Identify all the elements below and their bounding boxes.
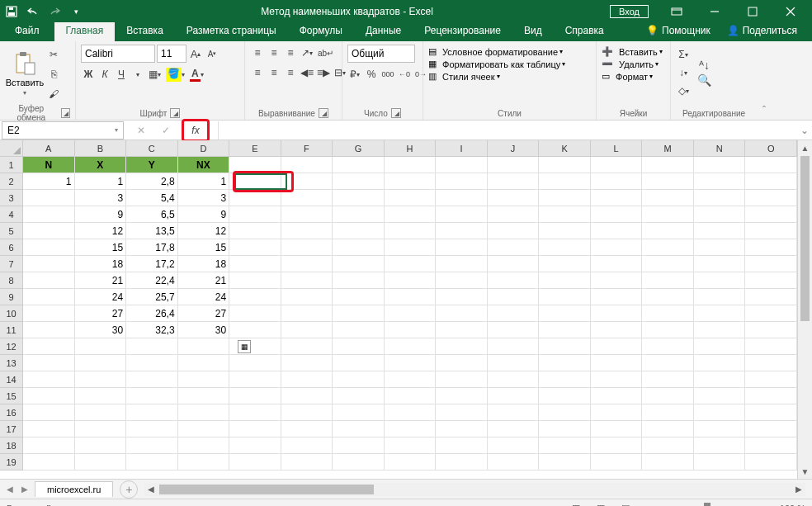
cell[interactable] bbox=[23, 305, 75, 322]
login-button[interactable]: Вход bbox=[610, 5, 649, 18]
cell[interactable]: 21 bbox=[75, 272, 127, 289]
cell[interactable] bbox=[642, 388, 694, 404]
cell[interactable] bbox=[539, 437, 591, 454]
cell[interactable] bbox=[539, 404, 591, 421]
cell[interactable] bbox=[488, 421, 540, 437]
cell[interactable]: 15 bbox=[178, 239, 230, 256]
column-header[interactable]: L bbox=[591, 140, 643, 157]
cell[interactable] bbox=[488, 173, 540, 190]
cell[interactable] bbox=[591, 305, 643, 322]
hscroll-thumb[interactable] bbox=[159, 485, 374, 494]
cell[interactable]: 13,5 bbox=[126, 223, 178, 239]
cell[interactable] bbox=[126, 388, 178, 404]
cell[interactable]: 27 bbox=[75, 305, 127, 322]
cell[interactable]: Y bbox=[126, 157, 178, 173]
cell[interactable] bbox=[75, 454, 127, 471]
cell[interactable] bbox=[436, 388, 488, 404]
font-color-icon[interactable]: A▾ bbox=[188, 66, 205, 83]
cell[interactable] bbox=[436, 437, 488, 454]
row-header[interactable]: 14 bbox=[0, 371, 23, 388]
cell[interactable]: 1 bbox=[23, 173, 75, 190]
italic-button[interactable]: К bbox=[97, 66, 112, 83]
insert-function-icon[interactable]: fx bbox=[186, 122, 205, 139]
cell[interactable] bbox=[126, 338, 178, 355]
align-middle-icon[interactable]: ≡ bbox=[267, 45, 281, 61]
save-icon[interactable] bbox=[3, 3, 20, 20]
cell[interactable]: 12 bbox=[178, 223, 230, 239]
cell[interactable] bbox=[229, 454, 281, 471]
cell[interactable] bbox=[642, 404, 694, 421]
cell[interactable] bbox=[539, 322, 591, 338]
cell[interactable] bbox=[75, 338, 127, 355]
cell[interactable]: 26,4 bbox=[126, 305, 178, 322]
cell[interactable]: 9 bbox=[178, 206, 230, 223]
cell[interactable] bbox=[694, 322, 746, 338]
collapse-ribbon-icon[interactable]: ˆ bbox=[757, 41, 772, 120]
column-header[interactable]: A bbox=[23, 140, 75, 157]
cell[interactable] bbox=[333, 239, 385, 256]
cell[interactable] bbox=[539, 256, 591, 272]
cell[interactable] bbox=[694, 371, 746, 388]
cell[interactable] bbox=[539, 289, 591, 305]
cell[interactable]: 3 bbox=[75, 190, 127, 206]
number-format-select[interactable] bbox=[347, 45, 415, 63]
row-header[interactable]: 2 bbox=[0, 173, 23, 190]
cell[interactable] bbox=[385, 371, 437, 388]
expand-formula-bar-icon[interactable]: ⌄ bbox=[797, 125, 812, 136]
cell[interactable] bbox=[178, 388, 230, 404]
cell[interactable] bbox=[488, 289, 540, 305]
cell[interactable] bbox=[642, 305, 694, 322]
cell[interactable] bbox=[539, 371, 591, 388]
cell[interactable] bbox=[178, 404, 230, 421]
tell-me-button[interactable]: 💡Помощник bbox=[638, 22, 719, 41]
cell[interactable] bbox=[281, 388, 333, 404]
cell[interactable] bbox=[436, 239, 488, 256]
cell[interactable] bbox=[281, 404, 333, 421]
cell[interactable] bbox=[229, 157, 281, 173]
cell[interactable] bbox=[539, 272, 591, 289]
row-header[interactable]: 15 bbox=[0, 388, 23, 404]
cell[interactable] bbox=[178, 371, 230, 388]
cell[interactable] bbox=[591, 289, 643, 305]
column-header[interactable]: F bbox=[281, 140, 333, 157]
cell[interactable] bbox=[385, 272, 437, 289]
cell[interactable] bbox=[229, 256, 281, 272]
cell[interactable]: 17,8 bbox=[126, 239, 178, 256]
cell[interactable] bbox=[745, 289, 797, 305]
cell[interactable] bbox=[229, 371, 281, 388]
column-header[interactable]: B bbox=[75, 140, 127, 157]
cell[interactable] bbox=[539, 338, 591, 355]
cell[interactable] bbox=[385, 289, 437, 305]
cell[interactable] bbox=[745, 322, 797, 338]
cell[interactable] bbox=[694, 157, 746, 173]
macro-record-icon[interactable]: ▯ bbox=[46, 503, 51, 506]
scroll-up-icon[interactable]: ▲ bbox=[798, 140, 812, 155]
cell[interactable] bbox=[436, 157, 488, 173]
cell[interactable] bbox=[281, 190, 333, 206]
column-header[interactable]: I bbox=[436, 140, 488, 157]
cell[interactable] bbox=[229, 388, 281, 404]
cell[interactable] bbox=[745, 437, 797, 454]
cell[interactable] bbox=[385, 404, 437, 421]
wrap-text-icon[interactable]: ab↵ bbox=[316, 45, 335, 61]
cell[interactable] bbox=[591, 206, 643, 223]
cell[interactable] bbox=[436, 355, 488, 371]
cell[interactable] bbox=[436, 223, 488, 239]
decrease-font-icon[interactable]: A▾ bbox=[205, 45, 220, 62]
name-box[interactable]: E2▾ bbox=[2, 121, 124, 140]
row-header[interactable]: 4 bbox=[0, 206, 23, 223]
currency-icon[interactable]: ₽▾ bbox=[347, 66, 362, 83]
cell[interactable] bbox=[539, 421, 591, 437]
cell[interactable] bbox=[488, 223, 540, 239]
cell[interactable] bbox=[642, 256, 694, 272]
cell[interactable] bbox=[745, 355, 797, 371]
cell[interactable] bbox=[333, 421, 385, 437]
normal-view-icon[interactable]: ▦ bbox=[567, 501, 585, 507]
cell[interactable] bbox=[745, 421, 797, 437]
column-header[interactable]: M bbox=[642, 140, 694, 157]
cell[interactable] bbox=[591, 173, 643, 190]
align-top-icon[interactable]: ≡ bbox=[250, 45, 265, 61]
conditional-formatting-button[interactable]: ▤ Условное форматирование▾ bbox=[428, 46, 591, 57]
cell[interactable]: 6,5 bbox=[126, 206, 178, 223]
cell[interactable] bbox=[436, 322, 488, 338]
